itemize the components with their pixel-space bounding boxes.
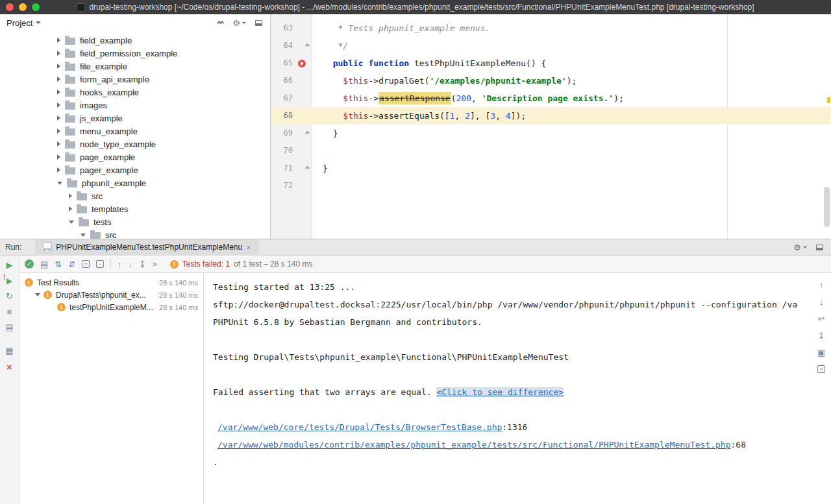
test-method-node[interactable]: ! testPhpUnitExampleM... 28 s 140 ms <box>19 301 203 313</box>
stop-button[interactable]: ■ <box>7 307 12 316</box>
close-button[interactable]: × <box>6 362 12 372</box>
sort-alphabetically-icon[interactable]: ⇅ <box>55 260 62 269</box>
editor[interactable]: 63 * Tests phpunit_example menus. 64 */ … <box>271 14 831 239</box>
test-suite-node[interactable]: ! Drupal\Tests\phpunit_ex... 28 s 140 ms <box>19 289 203 301</box>
print-icon[interactable]: ▣ <box>817 348 825 357</box>
chevron-right-icon[interactable] <box>57 167 60 173</box>
stack-trace-link[interactable]: /var/www/web/modules/contrib/examples/ph… <box>217 440 731 450</box>
tree-item-field-example[interactable]: field_example <box>0 34 270 47</box>
chevron-down-icon[interactable] <box>69 221 74 224</box>
chevron-right-icon[interactable] <box>57 141 60 147</box>
tree-item-templates[interactable]: templates <box>0 202 270 215</box>
down-stack-trace-icon[interactable]: ↓ <box>819 298 824 306</box>
code-text[interactable]: } <box>312 125 338 142</box>
chevron-right-icon[interactable] <box>69 206 72 211</box>
code-line[interactable]: 63 * Tests phpunit_example menus. <box>271 19 831 37</box>
chevron-down-icon[interactable] <box>57 182 62 185</box>
chevron-right-icon[interactable] <box>57 64 60 69</box>
gear-icon[interactable]: ⚙ <box>793 243 807 252</box>
console-output[interactable]: Testing started at 13:25 ... sftp://dock… <box>204 273 812 504</box>
code-line[interactable]: 66 $this->drupalGet('/examples/phpunit-e… <box>271 72 831 90</box>
chevron-right-icon[interactable] <box>57 90 60 95</box>
project-view-selector[interactable]: Project <box>6 18 41 28</box>
tree-item-tests-src[interactable]: src <box>0 228 270 239</box>
zoom-window-button[interactable] <box>32 3 40 11</box>
chevron-right-icon[interactable] <box>69 193 72 198</box>
chevron-right-icon[interactable] <box>57 128 60 134</box>
show-passed-icon[interactable]: ✓ <box>25 259 34 269</box>
code-text[interactable]: $this->drupalGet('/examples/phpunit-exam… <box>312 72 577 90</box>
tree-item-page-example[interactable]: page_example <box>0 150 270 163</box>
tree-item-node-type-example[interactable]: node_type_example <box>0 138 270 150</box>
chevron-right-icon[interactable] <box>57 102 60 108</box>
test-results-root[interactable]: ! Test Results 28 s 140 ms <box>19 276 203 289</box>
run-tab[interactable]: php PHPUnitExampleMenuTest.testPhpUnitEx… <box>36 239 258 256</box>
tree-item-tests[interactable]: tests <box>0 215 270 228</box>
chevron-right-icon[interactable] <box>57 154 60 160</box>
code-text[interactable] <box>312 142 323 160</box>
show-ignored-icon[interactable]: ▤ <box>40 260 48 269</box>
close-window-button[interactable] <box>6 3 14 11</box>
clear-all-icon[interactable]: × <box>817 365 825 373</box>
run-test-gutter-icon[interactable] <box>298 60 306 67</box>
chevron-down-icon[interactable] <box>35 293 40 296</box>
scroll-to-end-icon[interactable]: ↧ <box>818 331 825 340</box>
import-test-results-icon[interactable]: ↧ <box>139 260 146 269</box>
code-text[interactable]: $this->assertEquals([1, 2], [3, 4]); <box>312 107 526 125</box>
code-text[interactable]: */ <box>312 37 348 54</box>
chevron-right-icon[interactable] <box>57 115 60 121</box>
hide-panel-icon[interactable] <box>816 245 823 250</box>
chevron-right-icon[interactable] <box>57 38 60 43</box>
code-line[interactable]: 67 $this->assertResponse(200, 'Descripti… <box>271 90 831 107</box>
sort-by-duration-icon[interactable]: ⇵ <box>68 260 75 269</box>
tree-item-field-permission-example[interactable]: field_permission_example <box>0 47 270 60</box>
editor-scrollbar[interactable] <box>824 187 830 227</box>
stack-trace-link[interactable]: /var/www/web/core/tests/Drupal/Tests/Bro… <box>217 422 502 432</box>
tree-item-form-api-example[interactable]: form_api_example <box>0 73 270 86</box>
tree-item-src[interactable]: src <box>0 189 270 202</box>
gear-icon[interactable]: ⚙ <box>232 19 246 27</box>
fold-icon[interactable] <box>305 131 310 136</box>
up-stack-trace-icon[interactable]: ↑ <box>819 281 824 289</box>
tree-item-hooks-example[interactable]: hooks_example <box>0 86 270 99</box>
code-text[interactable]: $this->assertResponse(200, 'Description … <box>312 90 624 107</box>
code-line[interactable]: 70 <box>271 142 831 160</box>
chevron-right-icon[interactable] <box>57 51 60 56</box>
code-line[interactable]: 69 } <box>271 125 831 142</box>
tree-item-phpunit-example[interactable]: phpunit_example <box>0 176 270 189</box>
code-text[interactable]: public function testPhpUnitExampleMenu()… <box>312 54 546 72</box>
restore-layout-button[interactable]: ▦ <box>5 346 13 355</box>
minimize-window-button[interactable] <box>19 3 27 11</box>
soft-wrap-icon[interactable]: ↩ <box>818 315 825 323</box>
expand-all-icon[interactable]: + <box>82 260 90 268</box>
close-tab-icon[interactable]: × <box>246 243 251 252</box>
code-text[interactable]: * Tests phpunit_example menus. <box>312 19 490 37</box>
code-line[interactable]: 71 } <box>271 160 831 177</box>
hide-panel-icon[interactable] <box>255 20 262 26</box>
collapse-all-icon[interactable]: - <box>96 260 104 268</box>
rerun-failed-tests-button[interactable]: ▶! <box>6 276 12 285</box>
tree-item-js-example[interactable]: js_example <box>0 112 270 125</box>
chevron-down-icon[interactable] <box>81 234 86 237</box>
code-line-current[interactable]: 68 $this->assertEquals([1, 2], [3, 4]); <box>271 107 831 125</box>
code-line[interactable]: 64 */ <box>271 37 831 54</box>
toggle-auto-test-button[interactable]: ↻ <box>6 292 13 300</box>
warning-stripe-mark[interactable] <box>827 97 830 103</box>
next-failed-test-icon[interactable]: ↓ <box>129 260 133 269</box>
fold-icon[interactable] <box>305 166 310 171</box>
chevron-right-icon[interactable] <box>57 77 60 82</box>
tree-item-images[interactable]: images <box>0 99 270 112</box>
code-text[interactable]: } <box>312 160 328 177</box>
overflow-chevron-icon[interactable]: » <box>153 259 157 269</box>
collapse-all-icon[interactable] <box>217 21 223 25</box>
code-line[interactable]: 65 public function testPhpUnitExampleMen… <box>271 54 831 72</box>
tree-item-menu-example[interactable]: menu_example <box>0 125 270 138</box>
fold-icon[interactable] <box>305 43 310 48</box>
code-line[interactable]: 72 <box>271 177 831 195</box>
console-icon[interactable]: ▤ <box>5 323 13 331</box>
previous-failed-test-icon[interactable]: ↑ <box>118 260 122 269</box>
see-difference-link[interactable]: <Click to see difference> <box>436 387 564 397</box>
tree-item-pager-example[interactable]: pager_example <box>0 163 270 176</box>
code-text[interactable] <box>312 177 323 195</box>
tree-item-file-example[interactable]: file_example <box>0 60 270 73</box>
